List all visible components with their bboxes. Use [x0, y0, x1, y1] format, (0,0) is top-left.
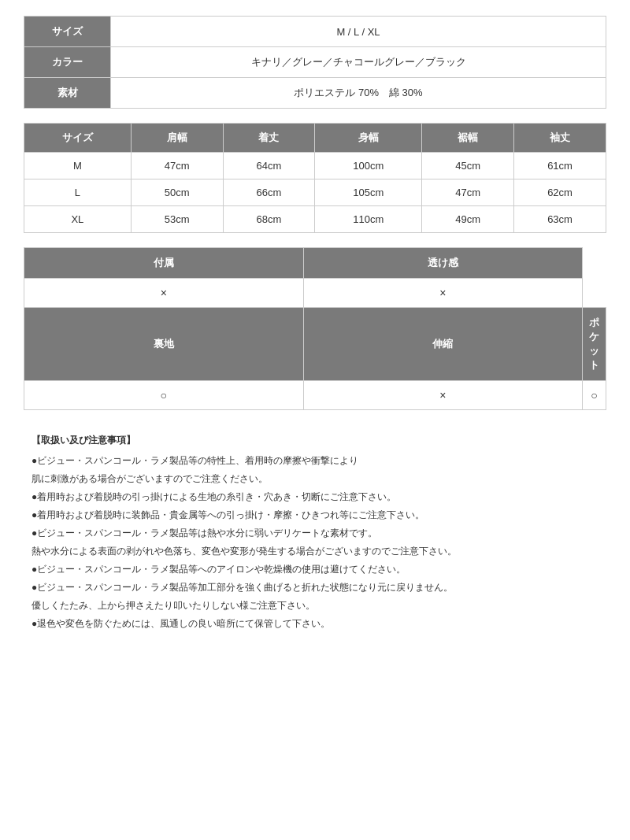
size-table-cell: 47cm	[422, 179, 514, 206]
size-table-cell: 62cm	[514, 179, 606, 206]
size-table-cell: M	[24, 153, 132, 179]
size-table: サイズ肩幅着丈身幅裾幅袖丈 M47cm64cm100cm45cm61cmL50c…	[24, 123, 606, 233]
notes-item: ●退色や変色を防ぐためには、風通しの良い暗所にて保管して下さい。	[32, 616, 598, 632]
details-header-row2: 裏地伸縮ポケット	[24, 308, 606, 381]
notes-item: ●ビジュー・スパンコール・ラメ製品等は熱や水分に弱いデリケートな素材です。	[32, 525, 598, 542]
size-table-header: 肩幅	[131, 124, 223, 153]
details-value-row1: ××	[24, 279, 606, 308]
notes-item: 肌に刺激がある場合がございますのでご注意ください。	[32, 471, 598, 487]
size-table-cell: 49cm	[422, 206, 514, 233]
notes-section: 【取扱い及び注意事項】 ●ビジュー・スパンコール・ラメ製品等の特性上、着用時の摩…	[24, 427, 606, 638]
notes-title: 【取扱い及び注意事項】	[32, 432, 598, 450]
details-header: 付属	[24, 248, 304, 279]
details-value: ○	[24, 381, 304, 410]
details-header: 裏地	[24, 308, 304, 381]
size-table-cell: 50cm	[131, 179, 223, 206]
details-value: ×	[303, 381, 583, 410]
basic-info-row: 素材 ポリエステル 70% 綿 30%	[24, 78, 606, 109]
notes-item: ●ビジュー・スパンコール・ラメ製品等へのアイロンや乾燥機の使用は避けてください。	[32, 561, 598, 578]
size-table-cell: 45cm	[422, 153, 514, 179]
basic-info-row: カラー キナリ／グレー／チャコールグレー／ブラック	[24, 47, 606, 78]
size-table-cell: XL	[24, 206, 132, 233]
size-table-header: 身幅	[315, 124, 422, 153]
size-table-cell: 63cm	[514, 206, 606, 233]
notes-content: ●ビジュー・スパンコール・ラメ製品等の特性上、着用時の摩擦や衝撃により肌に刺激が…	[32, 453, 598, 632]
basic-info-label: 素材	[24, 78, 111, 109]
size-table-row: XL53cm68cm110cm49cm63cm	[24, 206, 606, 233]
notes-item: ●着用時および着脱時に装飾品・貴金属等への引っ掛け・摩擦・ひきつれ等にご注意下さ…	[32, 507, 598, 524]
details-header: 透け感	[303, 248, 583, 279]
size-table-cell: 53cm	[131, 206, 223, 233]
size-table-row: M47cm64cm100cm45cm61cm	[24, 153, 606, 179]
details-value-row2: ○×○	[24, 381, 606, 410]
size-table-cell: 110cm	[315, 206, 422, 233]
size-table-cell: 61cm	[514, 153, 606, 179]
size-table-cell: 64cm	[223, 153, 315, 179]
details-value: ×	[24, 279, 304, 308]
details-header: 伸縮	[303, 308, 583, 381]
details-header: ポケット	[583, 308, 606, 381]
basic-info-value: ポリエステル 70% 綿 30%	[111, 78, 606, 109]
basic-info-value: M / L / XL	[111, 17, 606, 47]
notes-item: ●ビジュー・スパンコール・ラメ製品等加工部分を強く曲げると折れた状態になり元に戻…	[32, 579, 598, 596]
details-value: ○	[583, 381, 606, 410]
size-table-cell: 100cm	[315, 153, 422, 179]
size-table-cell: 47cm	[131, 153, 223, 179]
details-table: 付属透け感××裏地伸縮ポケット○×○	[24, 247, 606, 410]
size-table-header: サイズ	[24, 124, 132, 153]
notes-item: ●着用時および着脱時の引っ掛けによる生地の糸引き・穴あき・切断にご注意下さい。	[32, 489, 598, 505]
notes-item: ●ビジュー・スパンコール・ラメ製品等の特性上、着用時の摩擦や衝撃により	[32, 453, 598, 469]
notes-item: 優しくたたみ、上から押さえたり叩いたりしない様ご注意下さい。	[32, 598, 598, 614]
notes-item: 熱や水分による表面の剥がれや色落ち、変色や変形が発生する場合がございますのでご注…	[32, 543, 598, 560]
size-table-header: 着丈	[223, 124, 315, 153]
basic-info-label: カラー	[24, 47, 111, 78]
size-table-row: L50cm66cm105cm47cm62cm	[24, 179, 606, 206]
basic-info-label: サイズ	[24, 17, 111, 47]
size-table-cell: 105cm	[315, 179, 422, 206]
size-table-cell: L	[24, 179, 132, 206]
basic-info-value: キナリ／グレー／チャコールグレー／ブラック	[111, 47, 606, 78]
details-header-row1: 付属透け感	[24, 248, 606, 279]
details-value: ×	[303, 279, 583, 308]
size-table-cell: 66cm	[223, 179, 315, 206]
basic-info-table: サイズ M / L / XL カラー キナリ／グレー／チャコールグレー／ブラック…	[24, 16, 606, 109]
basic-info-row: サイズ M / L / XL	[24, 17, 606, 47]
size-table-header: 袖丈	[514, 124, 606, 153]
size-table-header: 裾幅	[422, 124, 514, 153]
size-table-cell: 68cm	[223, 206, 315, 233]
